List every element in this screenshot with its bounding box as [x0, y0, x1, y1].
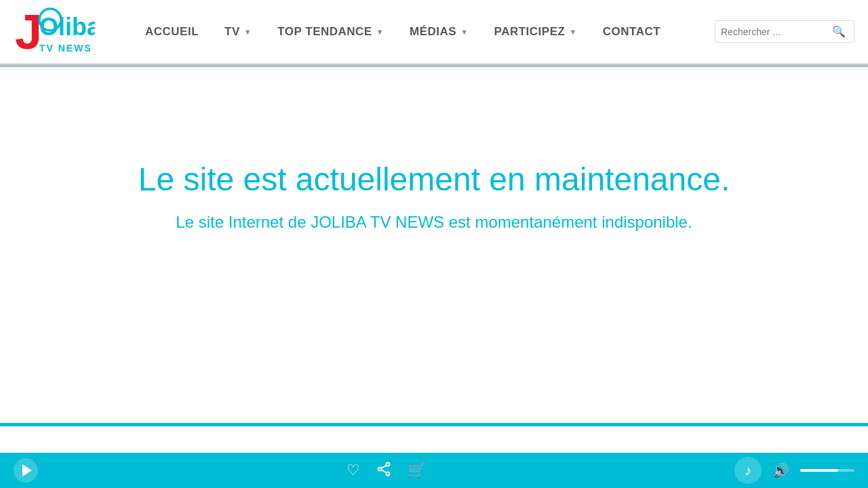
maintenance-message: Le site est actuellement en maintenance.…	[125, 67, 744, 311]
chevron-down-icon: ▼	[376, 28, 384, 36]
svg-point-5	[387, 472, 390, 475]
maintenance-title: Le site est actuellement en maintenance.	[138, 160, 730, 199]
nav-contact[interactable]: CONTACT	[593, 20, 670, 44]
player-right: ♪ 🔊	[734, 457, 854, 484]
cart-icon[interactable]: 🛒	[408, 462, 426, 479]
nav-medias[interactable]: MÉDIAS ▼	[400, 20, 478, 44]
search-area: 🔍	[715, 20, 854, 43]
search-icon: 🔍	[832, 26, 846, 37]
logo[interactable]: J Oliba TV NEWS	[14, 3, 95, 60]
svg-line-7	[381, 465, 387, 468]
maintenance-subtitle: Le site Internet de JOLIBA TV NEWS est m…	[176, 213, 692, 232]
svg-point-6	[378, 467, 382, 470]
music-note-button[interactable]: ♪	[734, 457, 762, 484]
svg-text:J: J	[15, 5, 42, 59]
header: J Oliba TV NEWS ACCUEIL TV ▼ TOP TENDANC…	[0, 0, 868, 64]
main-content: Le site est actuellement en maintenance.…	[0, 67, 868, 426]
nav-top-tendance[interactable]: TOP TENDANCE ▼	[268, 20, 393, 44]
chevron-down-icon: ▼	[460, 28, 468, 36]
nav-tv[interactable]: TV ▼	[215, 20, 261, 44]
player-left	[14, 458, 38, 483]
search-input[interactable]	[721, 26, 829, 37]
search-button[interactable]: 🔍	[829, 24, 848, 39]
nav-accueil[interactable]: ACCUEIL	[136, 20, 208, 44]
svg-text:Oliba: Oliba	[39, 13, 95, 41]
music-note-icon: ♪	[745, 463, 751, 479]
navigation: ACCUEIL TV ▼ TOP TENDANCE ▼ MÉDIAS ▼ PAR…	[136, 20, 715, 44]
volume-icon[interactable]: 🔊	[772, 462, 789, 479]
play-icon	[22, 464, 32, 476]
volume-fill	[800, 469, 838, 472]
player-center: ♡ 🛒	[347, 462, 426, 480]
chevron-down-icon: ▼	[244, 28, 252, 36]
chevron-down-icon: ▼	[569, 28, 576, 36]
player-bar: ♡ 🛒 ♪ 🔊	[0, 453, 868, 488]
svg-line-8	[381, 470, 387, 473]
share-icon[interactable]	[376, 462, 391, 480]
heart-icon[interactable]: ♡	[347, 462, 360, 479]
teal-divider	[0, 423, 868, 426]
svg-text:TV NEWS: TV NEWS	[39, 43, 92, 54]
svg-point-4	[387, 462, 390, 466]
play-button[interactable]	[14, 458, 38, 483]
logo-svg: J Oliba TV NEWS	[14, 3, 95, 60]
volume-slider[interactable]	[800, 469, 854, 472]
nav-participez[interactable]: PARTICIPEZ ▼	[485, 20, 587, 44]
